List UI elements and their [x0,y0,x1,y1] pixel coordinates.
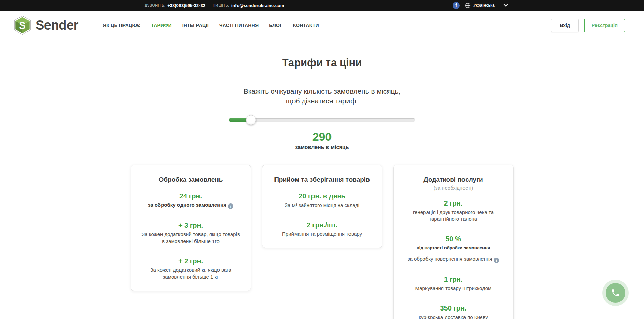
nav-item-contacts[interactable]: КОНТАКТИ [293,23,319,28]
language-label: Українська [473,3,495,8]
price-value: 20 грн. в день [271,192,373,200]
price-desc: Маркування товару штрихкодом [402,285,505,292]
card-body: 24 грн. за обробку одного замовленняi + … [140,192,242,281]
price-value: + 3 грн. [140,221,242,229]
price-item: + 2 грн. За кожен додатковий кг, якщо ва… [140,257,242,281]
divider [402,269,505,269]
email-link[interactable]: info@senderukraine.com [231,3,284,8]
price-desc-text: за обробку одного замовлення [148,202,226,208]
price-value: 2 грн./шт. [271,221,373,229]
info-icon[interactable]: i [228,203,233,209]
call-floating-button[interactable] [602,280,629,306]
language-selector[interactable]: Українська [465,3,495,8]
nav-item-how-it-works[interactable]: ЯК ЦЕ ПРАЦЮЄ [103,23,140,28]
slider-prompt-line1: Вкажіть очікувану кількість замовлень в … [0,87,644,96]
chevron-down-icon[interactable] [503,4,508,7]
main-content: Тарифи та ціни Вкажіть очікувану кількіс… [0,57,644,319]
price-desc: За кожен додатковий кг, якщо вага замовл… [140,267,242,281]
price-desc: кур'єрська доставка по Києву [402,314,505,319]
slider-track[interactable] [229,118,415,122]
divider [140,215,242,215]
card-title: Прийом та зберігання товарів [271,176,373,183]
price-desc: Приймання та розміщення товару [271,231,373,237]
price-value: 1 грн. [402,276,505,283]
phone-icon [611,288,620,297]
nav-item-integrations[interactable]: ІНТЕГРАЦІЇ [182,23,209,28]
price-item: 2 грн./шт. Приймання та розміщення товар… [271,221,373,237]
price-desc: За м³ зайнятого місця на складі [271,202,373,209]
price-value: 2 грн. [402,199,505,207]
header: S Sender ЯК ЦЕ ПРАЦЮЄ ТАРИФИ ІНТЕГРАЦІЇ … [0,11,644,40]
price-desc: від вартості обробки замовлення [402,245,505,250]
svg-text:S: S [19,20,25,31]
price-item: 1 грн. Маркування товару штрихкодом [402,276,505,292]
card-order-processing: Обробка замовлень 24 грн. за обробку одн… [131,165,251,291]
price-item: 50 % від вартості обробки замовлення за … [402,235,505,263]
card-receiving-storage: Прийом та зберігання товарів 20 грн. в д… [262,165,382,248]
call-label: ДЗВОНІТЬ: [145,3,165,7]
nav-item-blog[interactable]: БЛОГ [269,23,282,28]
slider-prompt: Вкажіть очікувану кількість замовлень в … [0,87,644,106]
orders-slider[interactable] [229,115,415,125]
orders-count-label: замовлень в місяць [0,144,644,150]
price-desc: генерація і друк товарного чека та гаран… [402,209,505,223]
write-label: ПИШІТЬ: [213,3,229,7]
price-desc: За кожен додатковий товар, якщо товарів … [140,231,242,245]
call-floating-button-inner [606,283,625,303]
info-icon[interactable]: i [494,258,499,263]
divider [402,298,505,298]
pricing-cards: Обробка замовлень 24 грн. за обробку одн… [0,165,644,319]
divider [140,251,242,251]
slider-handle[interactable] [246,115,256,125]
nav-item-faq[interactable]: ЧАСТІ ПИТАННЯ [219,23,259,28]
price-desc: за обробку одного замовленняi [140,202,242,209]
auth-buttons: Вхід Реєстрація [551,19,625,32]
card-title: Обробка замовлень [140,176,242,183]
topbar: ДЗВОНІТЬ: +38(063)595-32-32 ПИШІТЬ: info… [0,0,644,11]
brand-name: Sender [36,18,78,33]
login-button[interactable]: Вхід [551,19,579,32]
price-item: 24 грн. за обробку одного замовленняi [140,192,242,209]
card-subtitle: (за необхідності) [402,185,505,191]
sender-logo-icon: S [14,16,31,35]
card-title: Додаткові послуги [402,176,505,183]
slider-prompt-line2: щоб дізнатися тариф: [0,96,644,106]
page-title: Тарифи та ціни [0,57,644,69]
price-item: 350 грн. кур'єрська доставка по Києву [402,304,505,319]
divider [271,215,373,215]
orders-count-value: 290 [0,130,644,143]
topbar-contacts: ДЗВОНІТЬ: +38(063)595-32-32 ПИШІТЬ: info… [145,0,284,11]
card-body: 2 грн. генерація і друк товарного чека т… [402,199,505,319]
divider [402,229,505,229]
register-button[interactable]: Реєстрація [584,19,625,32]
facebook-icon[interactable]: f [453,2,460,9]
nav-item-tariffs[interactable]: ТАРИФИ [151,23,171,28]
main-nav: ЯК ЦЕ ПРАЦЮЄ ТАРИФИ ІНТЕГРАЦІЇ ЧАСТІ ПИТ… [103,11,319,40]
card-additional-services: Додаткові послуги (за необхідності) 2 гр… [393,165,514,319]
price-desc-secondary: за обробку повернення замовленняi [402,256,505,263]
price-value: 24 грн. [140,192,242,200]
price-item: 2 грн. генерація і друк товарного чека т… [402,199,505,223]
price-item: 20 грн. в день За м³ зайнятого місця на … [271,192,373,209]
price-item: + 3 грн. За кожен додатковий товар, якщо… [140,221,242,245]
globe-icon [465,3,471,8]
logo[interactable]: S Sender [14,16,78,35]
price-value: + 2 грн. [140,257,242,265]
price-value: 350 грн. [402,304,505,312]
price-value: 50 % [402,235,505,243]
phone-link[interactable]: +38(063)595-32-32 [167,3,205,8]
card-body: 20 грн. в день За м³ зайнятого місця на … [271,192,373,238]
topbar-right: f Українська [453,0,508,11]
price-desc-secondary-text: за обробку повернення замовлення [408,256,492,262]
